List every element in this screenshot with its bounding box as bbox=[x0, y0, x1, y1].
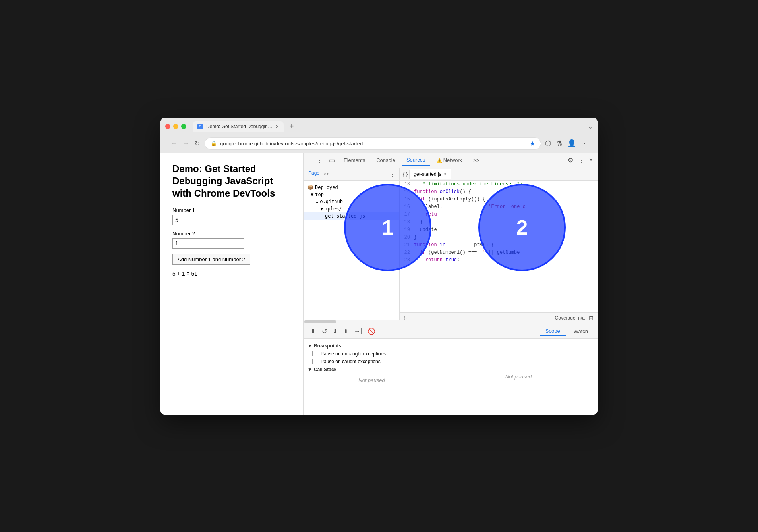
tab-watch[interactable]: Watch bbox=[568, 327, 594, 336]
tree-item-github[interactable]: ☁ e.github bbox=[304, 198, 399, 205]
deployed-icon: 📦 bbox=[307, 185, 313, 190]
devtools-close-button[interactable]: × bbox=[588, 155, 594, 165]
new-tab-button[interactable]: + bbox=[287, 122, 296, 131]
minimize-button[interactable] bbox=[173, 124, 178, 129]
account-icon[interactable]: 👤 bbox=[567, 139, 576, 148]
address-bar: ← → ↻ 🔒 googlechrome.github.io/devtools-… bbox=[165, 135, 593, 153]
tab-close-button[interactable]: × bbox=[276, 124, 279, 129]
call-stack-section-header[interactable]: ▼ Call Stack bbox=[304, 366, 439, 374]
tab-title: Demo: Get Started Debuggin… bbox=[206, 124, 273, 129]
tree-item-label: mples/ bbox=[325, 206, 342, 212]
line-code: function in pty() { bbox=[414, 241, 598, 249]
line-code: if (inputsAreEmpty()) { bbox=[414, 196, 598, 203]
bookmark-icon[interactable]: ★ bbox=[530, 140, 535, 147]
step-over-button[interactable]: ↺ bbox=[320, 327, 329, 336]
breakpoint-item-caught: Pause on caught exceptions bbox=[304, 358, 439, 366]
file-tree-scrollbar[interactable] bbox=[304, 320, 400, 324]
lab-icon[interactable]: ⚗ bbox=[556, 139, 563, 148]
line-number: 14 bbox=[400, 188, 414, 196]
line-code: if (getNumber1() === '' || getNumbe bbox=[414, 249, 598, 256]
file-tree-panel: Page >> ⋮ 📦 Deployed ▼ bbox=[304, 168, 400, 324]
tree-item-label: top bbox=[315, 192, 324, 197]
tab-sources[interactable]: Sources bbox=[402, 154, 430, 166]
not-paused-right: Not paused bbox=[439, 339, 598, 415]
not-paused-bottom: Not paused bbox=[304, 374, 439, 386]
browser-chrome: D Demo: Get Started Debuggin… × + ⌄ ← → … bbox=[160, 118, 598, 153]
url-bar[interactable]: 🔒 googlechrome.github.io/devtools-sample… bbox=[205, 137, 541, 150]
step-into-button[interactable]: ⬇ bbox=[331, 327, 339, 336]
maximize-button[interactable] bbox=[181, 124, 186, 129]
file-tree-more-icon[interactable]: >> bbox=[323, 172, 329, 176]
line-number: 19 bbox=[400, 226, 414, 234]
forward-button[interactable]: → bbox=[182, 139, 190, 148]
number2-label: Number 2 bbox=[172, 231, 291, 237]
inspect-element-button[interactable]: ⋮⋮ bbox=[307, 155, 325, 166]
file-code-icon: { } bbox=[403, 171, 408, 177]
number2-input[interactable] bbox=[172, 238, 244, 249]
breakpoints-panel: ▼ Breakpoints Pause on uncaught exceptio… bbox=[304, 339, 439, 415]
number1-input[interactable] bbox=[172, 215, 244, 225]
back-button[interactable]: ← bbox=[170, 139, 178, 148]
step-button[interactable]: →| bbox=[352, 327, 364, 335]
file-tree-tab-page[interactable]: Page bbox=[308, 170, 319, 177]
code-line-17: 17 retu bbox=[400, 211, 598, 218]
tree-item-samples[interactable]: ▼ mples/ bbox=[304, 205, 399, 212]
step-out-button[interactable]: ⬆ bbox=[342, 327, 350, 336]
file-tree-scroll-thumb bbox=[304, 320, 336, 323]
traffic-lights bbox=[165, 124, 186, 129]
breakpoint-caught-checkbox[interactable] bbox=[312, 359, 317, 364]
tree-item-deployed[interactable]: 📦 Deployed bbox=[304, 184, 399, 191]
code-line-15: 15 if (inputsAreEmpty()) { bbox=[400, 196, 598, 203]
tab-scope[interactable]: Scope bbox=[540, 326, 566, 336]
devtools-more-icon[interactable]: ⋮ bbox=[576, 155, 586, 166]
close-button[interactable] bbox=[165, 124, 170, 129]
breakpoint-item-uncaught: Pause on uncaught exceptions bbox=[304, 350, 439, 358]
devtools-topbar: ⋮⋮ ▭ Elements Console Sources Network >>… bbox=[304, 153, 598, 168]
line-code: } bbox=[414, 234, 598, 241]
line-number: 23 bbox=[400, 256, 414, 264]
tab-dropdown-icon[interactable]: ⌄ bbox=[588, 123, 593, 130]
extensions-icon[interactable]: ⬡ bbox=[545, 139, 551, 148]
tree-item-top[interactable]: ▼ top bbox=[304, 191, 399, 198]
debugger-toolbar: ⏸ ↺ ⬇ ⬆ →| 🚫 Scope Watch bbox=[304, 324, 598, 339]
code-panel: { } get-started.js × 13 * limitations un… bbox=[400, 168, 598, 324]
result-text: 5 + 1 = 51 bbox=[172, 270, 291, 277]
code-line-20: 20 } bbox=[400, 234, 598, 241]
deactivate-breakpoints-button[interactable]: 🚫 bbox=[366, 327, 377, 336]
code-line-14: 14 function onClick() { bbox=[400, 188, 598, 196]
number1-label: Number 1 bbox=[172, 207, 291, 213]
code-area[interactable]: 13 * limitations under the License. */ 1… bbox=[400, 181, 598, 312]
file-tree-body: 📦 Deployed ▼ top ☁ e.github bbox=[304, 181, 399, 324]
breakpoints-section-header[interactable]: ▼ Breakpoints bbox=[304, 342, 439, 350]
breakpoint-uncaught-checkbox[interactable] bbox=[312, 351, 317, 356]
line-number: 22 bbox=[400, 249, 414, 256]
line-number: 13 bbox=[400, 181, 414, 188]
tab-favicon: D bbox=[197, 124, 203, 129]
menu-icon[interactable]: ⋮ bbox=[581, 139, 588, 148]
call-stack-label: Call Stack bbox=[314, 367, 336, 372]
device-mode-button[interactable]: ▭ bbox=[327, 155, 337, 166]
line-code: update bbox=[414, 226, 598, 234]
browser-tab-active[interactable]: D Demo: Get Started Debuggin… × bbox=[193, 121, 284, 132]
line-number: 20 bbox=[400, 234, 414, 241]
tree-item-getstarted[interactable]: get-started.js bbox=[304, 212, 399, 220]
code-tab-close-button[interactable]: × bbox=[444, 172, 447, 177]
line-code: retu bbox=[414, 211, 598, 218]
code-tab-getstarted[interactable]: get-started.js × bbox=[409, 169, 451, 179]
line-code: * limitations under the License. */ bbox=[414, 181, 598, 188]
sources-area-wrapper: Page >> ⋮ 📦 Deployed ▼ bbox=[304, 168, 598, 324]
pause-button[interactable]: ⏸ bbox=[308, 327, 318, 335]
tab-network[interactable]: Network bbox=[432, 155, 467, 166]
settings-gear-icon[interactable]: ⚙ bbox=[566, 155, 575, 166]
line-number: 15 bbox=[400, 196, 414, 203]
tab-elements[interactable]: Elements bbox=[339, 155, 370, 166]
section-triangle-icon: ▼ bbox=[307, 343, 312, 349]
toolbar-icons: ⬡ ⚗ 👤 ⋮ bbox=[545, 139, 588, 148]
file-tree-menu-icon[interactable]: ⋮ bbox=[389, 170, 395, 178]
tab-more[interactable]: >> bbox=[468, 155, 484, 166]
code-line-22: 22 if (getNumber1() === '' || getNumbe bbox=[400, 249, 598, 256]
breakpoint-caught-label: Pause on caught exceptions bbox=[321, 359, 381, 364]
add-button[interactable]: Add Number 1 and Number 2 bbox=[172, 254, 250, 265]
tab-console[interactable]: Console bbox=[371, 155, 400, 166]
reload-button[interactable]: ↻ bbox=[194, 139, 201, 148]
